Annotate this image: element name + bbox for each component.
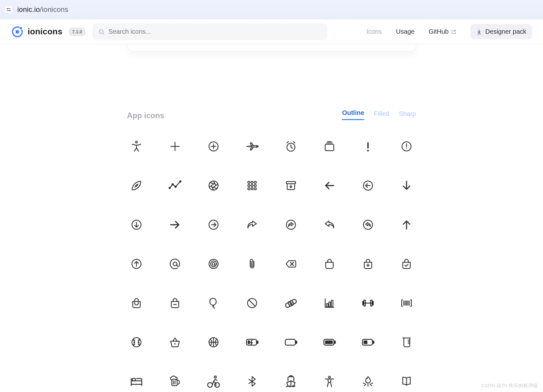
arrow-redo-icon[interactable] <box>245 218 259 232</box>
accessibility-icon[interactable] <box>129 139 144 153</box>
bag-remove-icon[interactable] <box>168 296 182 310</box>
arrow-back-circle-icon[interactable] <box>361 179 375 193</box>
bag-add-icon[interactable] <box>361 257 375 271</box>
search-input[interactable] <box>108 28 321 36</box>
barbell-icon[interactable] <box>361 296 375 310</box>
beaker-icon[interactable] <box>399 335 414 349</box>
nav-links: Icons Usage GitHub Designer pack <box>366 24 532 39</box>
svg-rect-18 <box>367 142 369 149</box>
bag-check-icon[interactable] <box>399 257 414 271</box>
svg-point-7 <box>20 27 22 29</box>
barcode-icon[interactable] <box>399 296 414 310</box>
bag-icon[interactable] <box>322 257 337 271</box>
battery-dead-icon[interactable] <box>284 335 298 349</box>
bandage-icon[interactable] <box>284 296 298 310</box>
baseball-icon[interactable] <box>129 335 144 349</box>
arrow-redo-circle-icon[interactable] <box>284 218 298 232</box>
arrow-down-icon[interactable] <box>399 179 414 193</box>
svg-point-121 <box>208 383 213 388</box>
svg-line-9 <box>103 33 104 34</box>
albums-icon[interactable] <box>322 139 337 153</box>
arrow-forward-icon[interactable] <box>168 218 182 232</box>
svg-point-69 <box>210 298 216 305</box>
svg-point-2 <box>9 10 10 11</box>
svg-point-77 <box>291 304 292 305</box>
arrow-up-icon[interactable] <box>399 218 414 232</box>
bed-icon[interactable] <box>129 374 144 388</box>
svg-point-39 <box>254 181 257 184</box>
at-circle-icon[interactable] <box>206 257 221 271</box>
browser-url[interactable]: ionic.io/ionicons <box>17 5 68 14</box>
svg-point-29 <box>180 181 181 182</box>
svg-point-44 <box>251 188 253 190</box>
svg-rect-104 <box>248 341 250 344</box>
bicycle-icon[interactable] <box>206 374 221 388</box>
svg-point-0 <box>7 8 8 9</box>
analytics-icon[interactable] <box>168 179 182 193</box>
svg-line-126 <box>364 384 366 386</box>
search-icon <box>98 29 105 35</box>
basketball-icon[interactable] <box>206 335 221 349</box>
attach-icon[interactable] <box>245 257 259 271</box>
svg-line-95 <box>138 340 139 340</box>
bluetooth-icon[interactable] <box>245 374 259 388</box>
bar-chart-icon[interactable] <box>322 296 337 310</box>
svg-rect-79 <box>329 302 330 307</box>
version-badge: 7.1.0 <box>69 28 85 36</box>
body-icon[interactable] <box>322 374 337 388</box>
boat-icon[interactable] <box>284 374 298 388</box>
ban-icon[interactable] <box>245 296 259 310</box>
arrow-forward-circle-icon[interactable] <box>206 218 221 232</box>
alert-icon[interactable] <box>361 139 375 153</box>
svg-rect-103 <box>257 341 258 343</box>
aperture-icon[interactable] <box>206 179 221 193</box>
nav-icons[interactable]: Icons <box>366 28 382 35</box>
tab-outline[interactable]: Outline <box>342 109 364 120</box>
balloon-icon[interactable] <box>206 296 221 310</box>
bonfire-icon[interactable] <box>361 374 375 388</box>
alert-circle-icon[interactable] <box>399 139 414 153</box>
airplane-icon[interactable] <box>245 139 259 153</box>
basket-icon[interactable] <box>168 335 182 349</box>
nav-github[interactable]: GitHub <box>429 28 456 35</box>
designer-pack-button[interactable]: Designer pack <box>470 24 532 39</box>
at-icon[interactable] <box>168 257 182 271</box>
svg-point-43 <box>248 188 250 190</box>
backspace-icon[interactable] <box>284 257 298 271</box>
watermark-text: CSDN @Zh.快乐的程序猿 <box>481 383 538 389</box>
svg-line-127 <box>370 384 372 386</box>
apps-icon[interactable] <box>245 179 259 193</box>
brand[interactable]: ionicons 7.1.0 <box>11 25 85 38</box>
tab-sharp[interactable]: Sharp <box>399 110 416 120</box>
svg-point-75 <box>291 303 292 303</box>
arrow-undo-icon[interactable] <box>322 218 337 232</box>
archive-icon[interactable] <box>284 179 298 193</box>
search-field[interactable] <box>92 23 327 40</box>
svg-point-37 <box>248 181 250 184</box>
svg-rect-112 <box>363 341 367 344</box>
alarm-icon[interactable] <box>284 139 298 153</box>
brand-name: ionicons <box>28 27 63 37</box>
beer-icon[interactable] <box>168 374 182 388</box>
browser-url-host: ionic.io <box>17 5 40 13</box>
bag-handle-icon[interactable] <box>129 296 144 310</box>
book-icon[interactable] <box>399 374 414 388</box>
american-football-icon[interactable] <box>129 179 144 193</box>
icons-grid <box>127 139 416 388</box>
tab-filled[interactable]: Filled <box>374 110 389 120</box>
site-settings-chip-icon[interactable] <box>4 5 13 14</box>
arrow-undo-circle-icon[interactable] <box>361 218 375 232</box>
svg-point-22 <box>406 148 407 149</box>
battery-charging-icon[interactable] <box>245 335 259 349</box>
svg-rect-116 <box>131 381 142 384</box>
arrow-back-icon[interactable] <box>322 179 337 193</box>
arrow-up-circle-icon[interactable] <box>129 257 144 271</box>
battery-full-icon[interactable] <box>322 335 337 349</box>
nav-usage[interactable]: Usage <box>396 28 415 35</box>
hero-card-bottom <box>127 44 416 51</box>
add-icon[interactable] <box>168 139 182 153</box>
section-title: App icons <box>127 111 164 120</box>
add-circle-icon[interactable] <box>206 139 221 153</box>
battery-half-icon[interactable] <box>361 335 375 349</box>
arrow-down-circle-icon[interactable] <box>129 218 144 232</box>
